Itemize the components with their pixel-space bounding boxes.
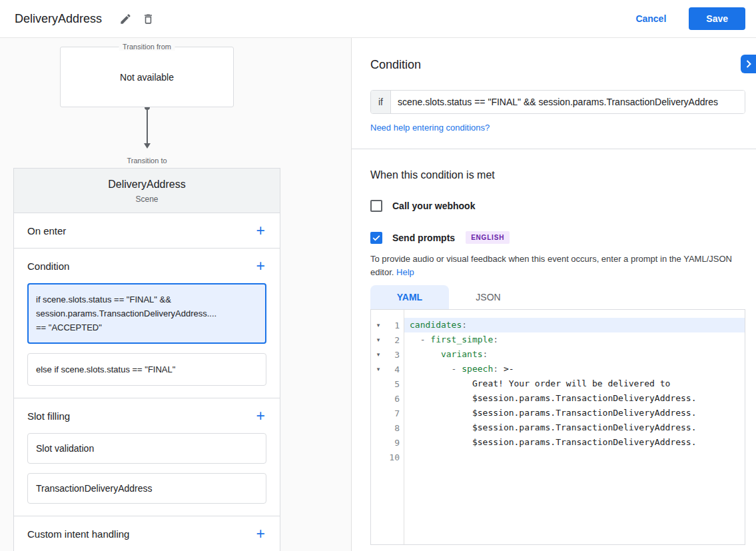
fold-arrow-icon[interactable]: ▾ xyxy=(371,366,386,372)
slot-item[interactable]: Slot validation xyxy=(27,433,266,464)
edit-title-button[interactable] xyxy=(114,7,137,30)
connector-line xyxy=(147,110,148,143)
code-line[interactable]: Great! Your order will be delivered to xyxy=(404,376,745,391)
save-button[interactable]: Save xyxy=(689,7,745,30)
add-condition-button[interactable]: + xyxy=(255,260,266,272)
code-line[interactable]: - first_simple: xyxy=(404,332,745,347)
chevron-right-icon xyxy=(746,60,751,68)
fold-arrow-icon[interactable]: ▾ xyxy=(371,322,386,328)
condition-item[interactable]: if scene.slots.status == "FINAL" &&sessi… xyxy=(27,283,266,344)
line-number: 1 xyxy=(386,320,404,330)
collapse-panel-button[interactable] xyxy=(741,55,756,73)
slot-filling-section: Slot filling + Slot validationTransactio… xyxy=(14,398,280,516)
line-number: 8 xyxy=(386,423,404,433)
section-divider xyxy=(352,149,756,149)
send-prompts-row: Send prompts ENGLISH xyxy=(370,231,745,244)
add-custom-intent-button[interactable]: + xyxy=(255,528,266,540)
language-badge: ENGLISH xyxy=(466,231,510,244)
condition-input-row: if xyxy=(370,90,745,114)
tab-json[interactable]: JSON xyxy=(449,285,528,309)
check-icon xyxy=(372,233,381,243)
code-line[interactable]: $session.params.TransactionDeliveryAddre… xyxy=(404,435,745,450)
scene-card: DeliveryAddress Scene On enter + Conditi… xyxy=(13,168,280,551)
fold-arrow-icon[interactable]: ▾ xyxy=(371,336,386,343)
trash-icon xyxy=(142,13,155,25)
line-number: 3 xyxy=(386,350,404,360)
custom-intent-section: Custom intent handling + xyxy=(14,516,280,551)
condition-items: if scene.slots.status == "FINAL" &&sessi… xyxy=(14,283,280,398)
editor-code[interactable]: candidates: - first_simple: variants: - … xyxy=(404,310,745,544)
code-line[interactable]: variants: xyxy=(404,347,745,362)
custom-intent-label: Custom intent handling xyxy=(27,528,129,540)
yaml-editor[interactable]: ▾1▾2▾3▾45678910 candidates: - first_simp… xyxy=(370,309,745,545)
app-header: DeliveryAddress Cancel Save xyxy=(0,0,756,38)
page-title: DeliveryAddress xyxy=(15,12,102,26)
right-panel: Condition if Need help entering conditio… xyxy=(352,38,756,551)
on-enter-section: On enter + xyxy=(14,213,280,249)
when-met-heading: When this condition is met xyxy=(370,169,745,181)
add-on-enter-button[interactable]: + xyxy=(255,225,266,237)
line-number: 5 xyxy=(386,379,404,389)
scene-name: DeliveryAddress xyxy=(14,179,280,191)
webhook-checkbox[interactable] xyxy=(370,200,382,212)
scene-type: Scene xyxy=(14,195,280,204)
code-line[interactable]: - speech: >- xyxy=(404,362,745,376)
slot-item[interactable]: TransactionDeliveryAddress xyxy=(27,473,266,504)
line-number: 7 xyxy=(386,408,404,418)
editor-gutter: ▾1▾2▾3▾45678910 xyxy=(371,310,404,544)
if-label: if xyxy=(371,91,391,113)
flow-diagram: Transition from Not available Transition… xyxy=(13,47,280,551)
prompt-description-text: To provide audio or visual feedback when… xyxy=(370,254,732,277)
fold-arrow-icon[interactable]: ▾ xyxy=(371,351,386,358)
condition-item[interactable]: else if scene.slots.status == "FINAL" xyxy=(27,353,266,386)
help-link[interactable]: Help xyxy=(396,267,414,277)
slot-filling-label: Slot filling xyxy=(27,410,70,422)
condition-input[interactable] xyxy=(391,91,745,113)
arrow-down-icon xyxy=(144,143,151,149)
left-panel: Transition from Not available Transition… xyxy=(0,38,352,551)
line-number: 6 xyxy=(386,394,404,404)
webhook-row: Call your webhook xyxy=(370,200,745,212)
code-line[interactable]: candidates: xyxy=(404,318,745,332)
add-slot-button[interactable]: + xyxy=(255,410,266,422)
tab-yaml[interactable]: YAML xyxy=(370,285,449,309)
line-number: 9 xyxy=(386,438,404,448)
condition-section-label: Condition xyxy=(27,261,69,272)
code-line[interactable]: $session.params.TransactionDeliveryAddre… xyxy=(404,406,745,420)
delete-scene-button[interactable] xyxy=(137,7,159,30)
line-number: 10 xyxy=(386,452,404,462)
flow-arrow xyxy=(13,105,280,149)
condition-section: Condition + if scene.slots.status == "FI… xyxy=(14,249,280,398)
send-prompts-checkbox[interactable] xyxy=(370,232,382,244)
slot-items: Slot validationTransactionDeliveryAddres… xyxy=(14,433,280,516)
prompt-description: To provide audio or visual feedback when… xyxy=(370,253,745,279)
conditions-help-link[interactable]: Need help entering conditions? xyxy=(370,123,490,133)
code-line[interactable]: $session.params.TransactionDeliveryAddre… xyxy=(404,391,745,406)
pencil-icon xyxy=(119,13,132,25)
code-line[interactable] xyxy=(404,450,745,464)
transition-from-value: Not available xyxy=(120,72,174,83)
line-number: 2 xyxy=(386,335,404,345)
webhook-label: Call your webhook xyxy=(392,201,475,211)
condition-heading: Condition xyxy=(370,58,745,72)
transition-from-box: Transition from Not available xyxy=(60,47,234,107)
send-prompts-label: Send prompts xyxy=(392,233,455,243)
on-enter-label: On enter xyxy=(27,225,66,237)
cancel-button[interactable]: Cancel xyxy=(633,8,669,29)
editor-tabs: YAMLJSON xyxy=(370,285,745,309)
transition-from-label: Transition from xyxy=(119,43,175,51)
transition-to-label: Transition to xyxy=(13,157,280,165)
code-line[interactable]: $session.params.TransactionDeliveryAddre… xyxy=(404,420,745,435)
line-number: 4 xyxy=(386,364,404,374)
scene-card-header[interactable]: DeliveryAddress Scene xyxy=(14,169,280,213)
